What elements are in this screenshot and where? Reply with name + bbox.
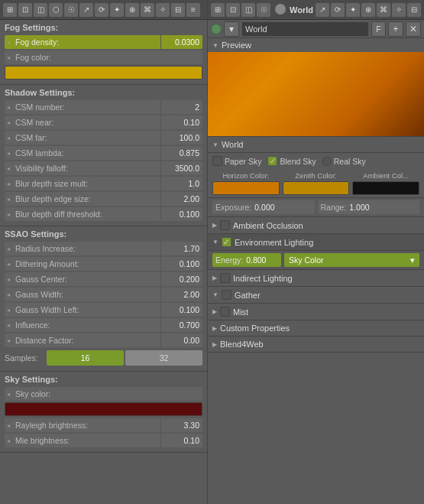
toolbar-icon-11[interactable]: ✧ [156, 3, 170, 17]
indirect-lighting-checkbox[interactable] [220, 273, 230, 283]
csm-near-label[interactable]: CSM near: [5, 115, 160, 129]
toolbar-icon-4[interactable]: ⬡ [49, 3, 63, 17]
csm-lambda-value[interactable]: 0.875 [160, 146, 202, 160]
world-name-input[interactable] [241, 21, 369, 37]
gauss-width-left-label[interactable]: Gauss Width Left: [5, 303, 160, 317]
energy-field[interactable]: Energy: 0.800 [212, 253, 281, 267]
dithering-label[interactable]: Dithering Amount: [5, 257, 160, 271]
blur-depth-edge-value[interactable]: 2.00 [160, 192, 202, 206]
blur-depth-diff-value[interactable]: 0.100 [160, 207, 202, 221]
toolbar-icon-12[interactable]: ⊟ [171, 3, 185, 17]
gauss-width-label[interactable]: Gauss Width: [5, 288, 160, 301]
dithering-value[interactable]: 0.100 [160, 257, 202, 271]
toolbar-icon-7[interactable]: ⟳ [95, 3, 108, 17]
blend4web-row[interactable]: ▶ Blend4Web [208, 337, 424, 353]
range-field[interactable]: Range: 1.000 [318, 200, 420, 214]
fog-settings-title: Fog Settings: [5, 23, 202, 32]
radius-increase-value[interactable]: 1.70 [160, 242, 202, 255]
blur-depth-size-value[interactable]: 1.0 [160, 177, 202, 190]
right-toolbar-icon-1[interactable]: ⊞ [211, 3, 225, 17]
visibility-falloff-value[interactable]: 3500.0 [160, 161, 202, 175]
gather-checkbox[interactable] [222, 290, 231, 300]
toolbar-icon-3[interactable]: ◫ [34, 3, 47, 17]
sky-color-swatch[interactable] [5, 402, 202, 416]
mist-checkbox[interactable] [220, 307, 230, 317]
right-toolbar-icon-2[interactable]: ⊡ [226, 3, 240, 17]
right-toolbar-icon-10[interactable]: ✧ [392, 3, 406, 17]
horizon-color-swatch[interactable] [212, 181, 280, 195]
fog-density-label[interactable]: Fog density: [5, 35, 160, 49]
csm-far-value[interactable]: 100.0 [160, 131, 202, 145]
ambient-color-swatch[interactable] [352, 181, 419, 195]
csm-number-value[interactable]: 2 [160, 100, 202, 114]
gauss-center-label[interactable]: Gauss Center: [5, 272, 160, 286]
real-sky-option[interactable]: Real Sky [322, 157, 366, 166]
toolbar-icon-2[interactable]: ⊡ [18, 3, 32, 17]
ambient-occlusion-row[interactable]: ▶ Ambient Occlusion [208, 217, 424, 234]
right-toolbar-icon-3[interactable]: ◫ [241, 3, 255, 17]
right-toolbar-icon-9[interactable]: ⌘ [377, 3, 390, 17]
preview-header[interactable]: ▼ Preview [208, 38, 424, 52]
ambient-occlusion-checkbox[interactable] [220, 220, 230, 230]
distance-factor-value[interactable]: 0.00 [160, 333, 202, 347]
visibility-falloff-label[interactable]: Visibility falloff: [5, 161, 160, 175]
csm-number-label[interactable]: CSM number: [5, 100, 160, 114]
csm-near-value[interactable]: 0.10 [160, 115, 202, 129]
indirect-lighting-row[interactable]: ▶ Indirect Lighting [208, 270, 424, 287]
toolbar-icon-10[interactable]: ⌘ [141, 3, 154, 17]
shadow-fields: CSM number: 2 CSM near: 0.10 CSM far: 10… [5, 100, 202, 221]
paper-sky-checkbox[interactable] [212, 156, 222, 166]
influence-value[interactable]: 0.700 [160, 318, 202, 332]
world-f-button[interactable]: F [371, 21, 386, 37]
rayleigh-label[interactable]: Rayleigh brightness: [5, 418, 160, 432]
toolbar-icon-9[interactable]: ⊕ [125, 3, 139, 17]
environment-lighting-row[interactable]: ▼ ✓ Environment Lighting [208, 234, 424, 251]
toolbar-icon-5[interactable]: ☉ [64, 3, 78, 17]
rayleigh-value[interactable]: 3.30 [160, 418, 202, 432]
real-sky-radio[interactable] [322, 157, 332, 166]
blur-depth-diff-label[interactable]: Blur depth diff threshold: [5, 207, 160, 221]
paper-sky-option[interactable]: Paper Sky [212, 156, 261, 166]
blend-sky-checkbox[interactable]: ✓ [267, 156, 277, 166]
right-toolbar-icon-7[interactable]: ✦ [346, 3, 360, 17]
influence-label[interactable]: Influence: [5, 318, 160, 332]
world-add-button[interactable]: + [388, 21, 403, 37]
toolbar-icon-1[interactable]: ⊞ [3, 3, 17, 17]
mie-label[interactable]: Mie brightness: [5, 434, 160, 447]
samples-16-button[interactable]: 16 [47, 350, 124, 366]
blend-sky-option[interactable]: ✓ Blend Sky [267, 156, 316, 166]
exposure-field[interactable]: Exposure: 0.000 [212, 200, 315, 214]
blur-depth-size-label[interactable]: Blur depth size mult: [5, 177, 160, 190]
toolbar-icon-13[interactable]: ≡ [186, 3, 200, 17]
csm-near-row: CSM near: 0.10 [5, 115, 202, 129]
gauss-center-value[interactable]: 0.200 [160, 272, 202, 286]
gauss-width-left-value[interactable]: 0.100 [160, 303, 202, 317]
samples-32-button[interactable]: 32 [125, 350, 202, 366]
custom-properties-row[interactable]: ▶ Custom Properties [208, 320, 424, 337]
world-close-button[interactable]: ✕ [406, 21, 421, 37]
radius-increase-label[interactable]: Radius Increase: [5, 242, 160, 255]
mie-value[interactable]: 0.10 [160, 434, 202, 447]
toolbar-icon-6[interactable]: ↗ [79, 3, 93, 17]
world-header: ▾ F + ✕ [208, 20, 424, 38]
right-toolbar-icon-6[interactable]: ⟳ [331, 3, 345, 17]
sky-color-dropdown[interactable]: Sky Color ▾ [284, 253, 419, 267]
csm-far-label[interactable]: CSM far: [5, 131, 160, 145]
world-dropdown-btn[interactable]: ▾ [224, 21, 239, 37]
environment-lighting-checkbox[interactable]: ✓ [222, 237, 231, 247]
zenith-color-swatch[interactable] [283, 181, 350, 195]
csm-lambda-label[interactable]: CSM lambda: [5, 146, 160, 160]
right-toolbar-icon-5[interactable]: ↗ [316, 3, 329, 17]
fog-density-value[interactable]: 0.0300 [160, 35, 202, 49]
toolbar-icon-8[interactable]: ✦ [110, 3, 124, 17]
fog-color-swatch[interactable] [5, 66, 202, 80]
world-section[interactable]: ▼ World [208, 137, 424, 153]
right-toolbar-icon-11[interactable]: ⊟ [407, 3, 421, 17]
right-toolbar-icon-8[interactable]: ⊕ [361, 3, 375, 17]
mist-row[interactable]: ▶ Mist [208, 304, 424, 320]
gauss-width-value[interactable]: 2.00 [160, 288, 202, 301]
blur-depth-edge-label[interactable]: Blur depth edge size: [5, 192, 160, 206]
gather-row[interactable]: ▼ Gather [208, 287, 424, 304]
distance-factor-label[interactable]: Distance Factor: [5, 333, 160, 347]
right-toolbar-icon-4[interactable]: ☉ [257, 3, 270, 17]
